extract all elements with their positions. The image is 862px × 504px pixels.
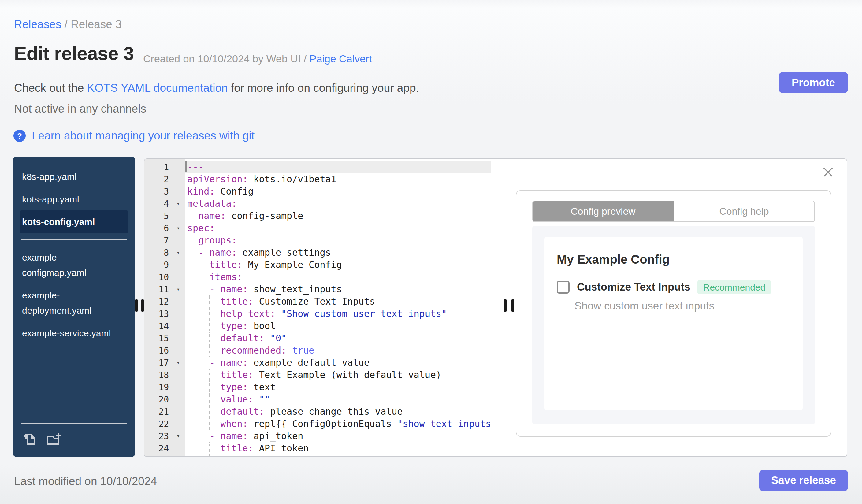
breadcrumb-separator: /: [61, 18, 71, 30]
fold-arrow-icon[interactable]: ▾: [177, 247, 180, 259]
line-number: 1: [144, 161, 185, 173]
config-checkbox[interactable]: [557, 281, 570, 294]
tab-config-preview[interactable]: Config preview: [533, 201, 673, 222]
line-number: 12: [144, 295, 185, 308]
code-line: 4▾metadata:: [144, 198, 491, 210]
line-number: 20: [144, 393, 185, 406]
line-number: 19: [144, 381, 185, 393]
code-text: value: "": [185, 393, 491, 406]
code-text: when: repl{{ ConfigOptionEquals "show_te…: [185, 418, 491, 430]
file-item-example-service-yaml[interactable]: example-service.yaml: [20, 322, 128, 344]
code-line: 13 help_text: "Show custom user text inp…: [144, 308, 491, 320]
code-text: default: please change this value: [185, 406, 491, 418]
editor-resize-strip: [491, 159, 516, 456]
code-text: - name: example_settings: [185, 247, 491, 259]
line-number: 3: [144, 185, 185, 198]
line-number: 5: [144, 210, 185, 222]
question-mark-icon[interactable]: ?: [13, 130, 26, 142]
code-text: apiVersion: kots.io/v1beta1: [185, 173, 491, 185]
close-icon[interactable]: [823, 167, 833, 177]
line-number: 23▾: [144, 430, 185, 442]
code-line: 18 title: Text Example (with default val…: [144, 369, 491, 381]
code-line: 24 title: API token: [144, 442, 491, 454]
code-text: - name: show_text_inputs: [185, 283, 491, 295]
line-number: 11▾: [144, 283, 185, 295]
file-item-example-deployment-yaml[interactable]: example-deployment.yaml: [20, 284, 128, 322]
promote-button[interactable]: Promote: [779, 72, 848, 93]
file-item-example-configmap-yaml[interactable]: example-configmap.yaml: [20, 246, 128, 284]
file-item-kots-app-yaml[interactable]: kots-app.yaml: [20, 188, 128, 210]
page-title: Edit release 3: [14, 43, 134, 65]
fold-arrow-icon[interactable]: ▾: [177, 198, 180, 210]
file-sidebar: k8s-app.yamlkots-app.yamlkots-config.yam…: [13, 157, 135, 457]
code-line: 14 type: bool: [144, 320, 491, 332]
sidebar-footer-divider: [21, 423, 127, 424]
code-line: 2apiVersion: kots.io/v1beta1: [144, 173, 491, 185]
created-author-link[interactable]: Paige Calvert: [310, 53, 372, 65]
line-number: 15: [144, 332, 185, 344]
line-number: 22: [144, 418, 185, 430]
breadcrumb: Releases / Release 3: [14, 18, 122, 31]
docs-prefix: Check out the: [14, 81, 87, 94]
code-line: 12 title: Customize Text Inputs: [144, 295, 491, 308]
config-item-label: Customize Text Inputs: [577, 281, 690, 294]
code-line: 6▾spec:: [144, 222, 491, 234]
releases-link[interactable]: Releases: [14, 18, 61, 30]
git-help-line: ? Learn about managing your releases wit…: [13, 129, 254, 143]
line-number: 9: [144, 259, 185, 271]
line-number: 17▾: [144, 357, 185, 369]
tab-config-help[interactable]: Config help: [673, 201, 814, 222]
code-line: 3kind: Config: [144, 185, 491, 198]
code-text: - name: api_token: [185, 430, 491, 442]
code-line: 15 default: "0": [144, 332, 491, 344]
fold-arrow-icon[interactable]: ▾: [177, 357, 180, 369]
code-text: title: Text Example (with default value): [185, 369, 491, 381]
code-text: type: text: [185, 381, 491, 393]
sidebar-divider: [21, 239, 127, 240]
line-number: 10: [144, 271, 185, 283]
created-prefix: Created on 10/10/2024 by Web UI /: [143, 53, 310, 65]
kots-docs-link[interactable]: KOTS YAML documentation: [87, 81, 228, 94]
line-number: 8▾: [144, 247, 185, 259]
code-line: 25 type: password: [144, 454, 491, 456]
text-cursor: [185, 161, 187, 172]
code-text: help_text: "Show custom user text inputs…: [185, 308, 491, 320]
code-area[interactable]: 1---2apiVersion: kots.io/v1beta13kind: C…: [144, 159, 491, 456]
code-text: recommended: true: [185, 344, 491, 357]
file-item-kots-config-yaml[interactable]: kots-config.yaml: [20, 210, 128, 233]
code-line: 1---: [144, 161, 491, 173]
file-item-k8s-app-yaml[interactable]: k8s-app.yaml: [20, 165, 128, 188]
line-number: 25: [144, 454, 185, 456]
git-releases-link[interactable]: Learn about managing your releases with …: [32, 129, 254, 143]
add-file-icon[interactable]: [22, 431, 37, 448]
config-group-card: My Example Config Customize Text Inputs …: [545, 237, 803, 410]
code-line: 8▾ - name: example_settings: [144, 247, 491, 259]
code-line: 16 recommended: true: [144, 344, 491, 357]
line-number: 4▾: [144, 198, 185, 210]
code-text: - name: example_default_value: [185, 357, 491, 369]
config-group-title: My Example Config: [557, 253, 791, 267]
created-text: Created on 10/10/2024 by Web UI / Paige …: [143, 53, 372, 65]
fold-arrow-icon[interactable]: ▾: [177, 222, 180, 234]
editor-resize-handle[interactable]: [504, 299, 506, 312]
line-number: 24: [144, 442, 185, 454]
code-text: default: "0": [185, 332, 491, 344]
save-release-button[interactable]: Save release: [759, 470, 848, 491]
channel-status-text: Not active in any channels: [14, 102, 146, 116]
code-text: type: bool: [185, 320, 491, 332]
code-line: 7 groups:: [144, 234, 491, 247]
code-line: 10 items:: [144, 271, 491, 283]
code-line: 17▾ - name: example_default_value: [144, 357, 491, 369]
fold-arrow-icon[interactable]: ▾: [177, 283, 180, 295]
code-text: groups:: [185, 234, 491, 247]
code-text: spec:: [185, 222, 491, 234]
code-line: 20 value: "": [144, 393, 491, 406]
code-text: kind: Config: [185, 185, 491, 198]
line-number: 21: [144, 406, 185, 418]
editor-resize-handle[interactable]: [511, 299, 513, 312]
fold-arrow-icon[interactable]: ▾: [177, 430, 180, 442]
code-text: title: API token: [185, 442, 491, 454]
add-folder-icon[interactable]: [47, 431, 62, 448]
code-line: 21 default: please change this value: [144, 406, 491, 418]
line-number: 18: [144, 369, 185, 381]
